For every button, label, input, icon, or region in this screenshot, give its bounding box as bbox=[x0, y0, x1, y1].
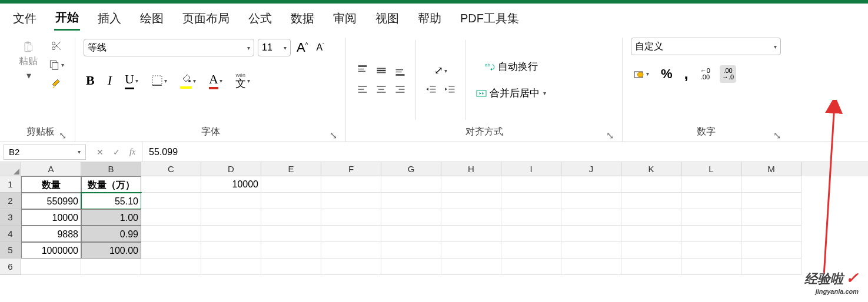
dialog-launcher-icon[interactable]: ⤡ bbox=[773, 130, 781, 138]
row-header-4[interactable]: 4 bbox=[0, 226, 21, 242]
menu-layout[interactable]: 页面布局 bbox=[181, 7, 231, 30]
cut-button[interactable] bbox=[46, 38, 66, 54]
decrease-font-button[interactable]: Aˇ bbox=[314, 40, 327, 55]
align-bottom-button[interactable] bbox=[392, 62, 408, 79]
col-header-M[interactable]: M bbox=[741, 162, 802, 176]
row-header-1[interactable]: 1 bbox=[0, 176, 21, 193]
cell-H3[interactable] bbox=[441, 209, 501, 226]
cell-L5[interactable] bbox=[681, 242, 741, 259]
cell-M6[interactable] bbox=[741, 259, 802, 275]
cell-A2[interactable]: 550990 bbox=[21, 193, 81, 209]
cell-H1[interactable] bbox=[441, 176, 501, 193]
cell-F5[interactable] bbox=[321, 242, 381, 259]
col-header-K[interactable]: K bbox=[621, 162, 681, 176]
cell-H2[interactable] bbox=[441, 193, 501, 209]
cell-I1[interactable] bbox=[501, 176, 561, 193]
cell-L6[interactable] bbox=[681, 259, 741, 275]
orientation-button[interactable]: ⤢▾ bbox=[423, 62, 458, 79]
dialog-launcher-icon[interactable]: ⤡ bbox=[606, 130, 614, 138]
cell-I3[interactable] bbox=[501, 209, 561, 226]
confirm-edit-button[interactable]: ✓ bbox=[111, 145, 122, 159]
copy-button[interactable]: ▾ bbox=[46, 56, 66, 73]
cell-I2[interactable] bbox=[501, 193, 561, 209]
cell-I4[interactable] bbox=[501, 226, 561, 242]
cell-F6[interactable] bbox=[321, 259, 381, 275]
cell-B3[interactable]: 1.00 bbox=[81, 209, 141, 226]
cell-G4[interactable] bbox=[381, 226, 441, 242]
menu-pdf[interactable]: PDF工具集 bbox=[459, 7, 520, 30]
cell-E6[interactable] bbox=[261, 259, 321, 275]
cell-E3[interactable] bbox=[261, 209, 321, 226]
cell-H5[interactable] bbox=[441, 242, 501, 259]
col-header-J[interactable]: J bbox=[561, 162, 621, 176]
comma-button[interactable]: , bbox=[682, 62, 691, 85]
cell-A3[interactable]: 10000 bbox=[21, 209, 81, 226]
col-header-B[interactable]: B bbox=[81, 162, 141, 176]
cell-C4[interactable] bbox=[141, 226, 201, 242]
italic-button[interactable]: I bbox=[105, 71, 114, 90]
cell-F2[interactable] bbox=[321, 193, 381, 209]
cell-G1[interactable] bbox=[381, 176, 441, 193]
currency-button[interactable]: ▾ bbox=[631, 66, 651, 82]
cell-I5[interactable] bbox=[501, 242, 561, 259]
font-name-select[interactable]: 等线▾ bbox=[84, 39, 254, 56]
menu-home[interactable]: 开始 bbox=[54, 6, 80, 31]
cell-M5[interactable] bbox=[741, 242, 802, 259]
cell-L3[interactable] bbox=[681, 209, 741, 226]
cell-K5[interactable] bbox=[621, 242, 681, 259]
cell-B1[interactable]: 数量（万） bbox=[81, 176, 141, 193]
fx-button[interactable]: fx bbox=[127, 145, 138, 159]
decrease-indent-button[interactable] bbox=[423, 82, 440, 98]
cell-E5[interactable] bbox=[261, 242, 321, 259]
align-left-button[interactable] bbox=[354, 81, 371, 98]
percent-button[interactable]: % bbox=[659, 64, 675, 84]
cell-K3[interactable] bbox=[621, 209, 681, 226]
paste-button[interactable]: 粘贴 ▾ bbox=[14, 38, 42, 85]
col-header-D[interactable]: D bbox=[201, 162, 261, 176]
dialog-launcher-icon[interactable]: ⤡ bbox=[58, 130, 66, 138]
cell-M2[interactable] bbox=[741, 193, 802, 209]
cell-M3[interactable] bbox=[741, 209, 802, 226]
increase-indent-button[interactable] bbox=[442, 82, 458, 98]
cell-D4[interactable] bbox=[201, 226, 261, 242]
cell-A4[interactable]: 9888 bbox=[21, 226, 81, 242]
cell-F3[interactable] bbox=[321, 209, 381, 226]
align-right-button[interactable] bbox=[392, 81, 408, 98]
cell-K4[interactable] bbox=[621, 226, 681, 242]
align-top-button[interactable] bbox=[354, 62, 371, 79]
cell-M4[interactable] bbox=[741, 226, 802, 242]
menu-insert[interactable]: 插入 bbox=[97, 7, 122, 30]
cell-I6[interactable] bbox=[501, 259, 561, 275]
col-header-L[interactable]: L bbox=[681, 162, 741, 176]
dialog-launcher-icon[interactable]: ⤡ bbox=[329, 130, 337, 138]
cell-C5[interactable] bbox=[141, 242, 201, 259]
cell-F4[interactable] bbox=[321, 226, 381, 242]
cell-J4[interactable] bbox=[561, 226, 621, 242]
cell-E4[interactable] bbox=[261, 226, 321, 242]
cell-L4[interactable] bbox=[681, 226, 741, 242]
cell-D6[interactable] bbox=[201, 259, 261, 275]
format-painter-button[interactable] bbox=[46, 75, 66, 92]
cell-B6[interactable] bbox=[81, 259, 141, 275]
menu-data[interactable]: 数据 bbox=[290, 7, 315, 30]
cell-G5[interactable] bbox=[381, 242, 441, 259]
align-middle-button[interactable] bbox=[373, 62, 390, 79]
cell-J1[interactable] bbox=[561, 176, 621, 193]
menu-draw[interactable]: 绘图 bbox=[139, 7, 165, 30]
cell-E2[interactable] bbox=[261, 193, 321, 209]
cell-D1[interactable]: 10000 bbox=[201, 176, 261, 193]
cell-G6[interactable] bbox=[381, 259, 441, 275]
cell-A1[interactable]: 数量 bbox=[21, 176, 81, 193]
cell-C1[interactable] bbox=[141, 176, 201, 193]
cell-G2[interactable] bbox=[381, 193, 441, 209]
menu-help[interactable]: 帮助 bbox=[417, 7, 443, 30]
border-button[interactable]: ▾ bbox=[149, 72, 169, 89]
col-header-G[interactable]: G bbox=[381, 162, 441, 176]
cell-K6[interactable] bbox=[621, 259, 681, 275]
cell-D3[interactable] bbox=[201, 209, 261, 226]
font-color-button[interactable]: A▾ bbox=[207, 69, 225, 92]
bold-button[interactable]: B bbox=[84, 71, 97, 90]
col-header-C[interactable]: C bbox=[141, 162, 201, 176]
font-size-select[interactable]: 11▾ bbox=[258, 39, 291, 56]
increase-font-button[interactable]: A^ bbox=[294, 38, 310, 58]
